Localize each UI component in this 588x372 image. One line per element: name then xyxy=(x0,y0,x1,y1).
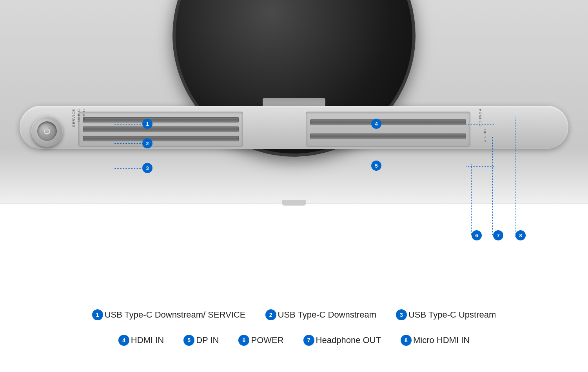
label-text-1: USB Type-C Downstream/ SERVICE xyxy=(105,310,246,320)
labels-row-2: 4 HDMI IN 5 DP IN 6 POWER 7 Headphone OU… xyxy=(0,335,588,346)
usb-slot-2 xyxy=(83,126,239,132)
label-badge-8: 8 xyxy=(401,335,412,346)
label-text-8: Micro HDMI IN xyxy=(413,335,470,345)
right-port-panel xyxy=(306,112,470,147)
label-badge-4: 4 xyxy=(118,335,129,346)
label-item-8: 8 Micro HDMI IN xyxy=(401,335,470,346)
label-text-2: USB Type-C Downstream xyxy=(278,310,376,320)
left-port-panel xyxy=(78,112,243,147)
label-badge-2: 2 xyxy=(265,309,276,320)
label-badge-1: 1 xyxy=(92,309,103,320)
label-item-7: 7 Headphone OUT xyxy=(303,335,381,346)
badge-3: 3 xyxy=(142,163,152,173)
label-item-4: 4 HDMI IN xyxy=(118,335,164,346)
label-badge-5: 5 xyxy=(183,335,194,346)
badge-6: 6 xyxy=(472,230,482,240)
labels-row-1: 1 USB Type-C Downstream/ SERVICE 2 USB T… xyxy=(0,309,588,320)
dotline-4 xyxy=(466,124,494,125)
power-button[interactable]: ⏻ xyxy=(37,121,57,141)
label-text-4: HDMI IN xyxy=(131,335,164,345)
dotline-7v xyxy=(492,137,493,235)
label-text-7: Headphone OUT xyxy=(316,335,381,345)
label-item-3: 3 USB Type-C Upstream xyxy=(396,309,496,320)
usb-slot-1 xyxy=(83,117,239,123)
label-item-5: 5 DP IN xyxy=(183,335,219,346)
port-label-service: SERVICE xyxy=(72,109,76,127)
power-button-area: ⏻ xyxy=(31,116,63,147)
label-item-1: 1 USB Type-C Downstream/ SERVICE xyxy=(92,309,246,320)
dotline-8v xyxy=(515,117,515,237)
badge-2: 2 xyxy=(142,138,152,148)
dotline-1 xyxy=(114,124,141,125)
badge-8: 8 xyxy=(515,230,526,240)
label-badge-3: 3 xyxy=(396,309,407,320)
badge-5: 5 xyxy=(371,161,381,171)
label-text-6: POWER xyxy=(251,335,283,345)
badge-1: 1 xyxy=(142,119,152,129)
port-label-usb2: USB-C xyxy=(82,109,86,122)
badge-7: 7 xyxy=(493,230,503,240)
label-text-3: USB Type-C Upstream xyxy=(408,310,496,320)
dp-slot xyxy=(310,134,466,139)
white-bottom xyxy=(0,204,588,372)
label-item-6: 6 POWER xyxy=(238,335,283,346)
label-badge-6: 6 xyxy=(238,335,249,346)
dp-label: DP 1.2 xyxy=(483,129,487,142)
dotline-2 xyxy=(114,143,141,144)
label-text-5: DP IN xyxy=(196,335,219,345)
hdmi-slot xyxy=(310,119,466,125)
port-label-usb1: USB-C xyxy=(77,109,81,122)
dotline-3 xyxy=(114,168,141,169)
usb-slot-3 xyxy=(83,136,239,141)
dotline-6v xyxy=(471,164,472,235)
label-badge-7: 7 xyxy=(303,335,314,346)
badge-4: 4 xyxy=(371,119,381,129)
right-ports-area: MICRO HDMI 2.0 DC 20V xyxy=(510,108,572,151)
stand-connector xyxy=(282,200,306,206)
label-item-2: 2 USB Type-C Downstream xyxy=(265,309,376,320)
